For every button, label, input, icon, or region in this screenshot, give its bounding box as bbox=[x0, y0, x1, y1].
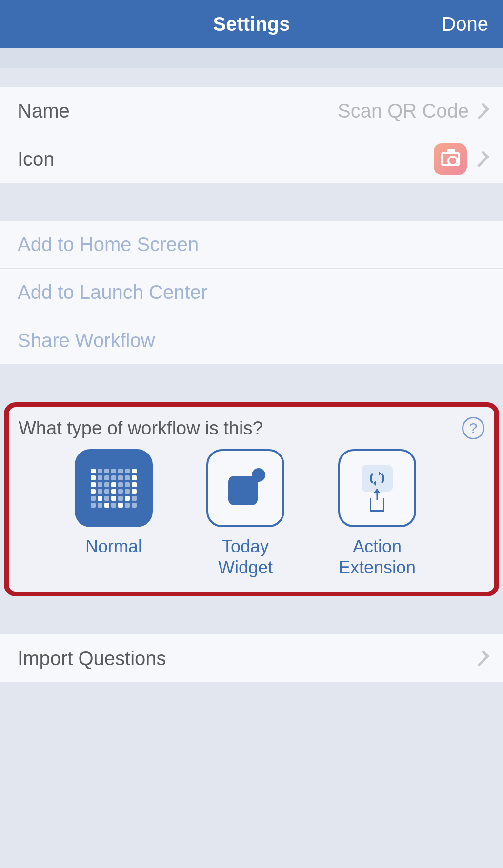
chevron-right-icon bbox=[473, 103, 489, 119]
icon-label: Icon bbox=[18, 148, 55, 170]
camera-icon bbox=[434, 143, 467, 175]
workflow-type-today-widget[interactable]: Today Widget bbox=[199, 449, 292, 578]
spacer bbox=[0, 364, 503, 402]
spacer bbox=[0, 183, 503, 221]
workflow-type-options: Normal Today Widget Action Extension bbox=[19, 449, 484, 578]
import-questions-label: Import Questions bbox=[18, 648, 166, 670]
spacer bbox=[0, 68, 503, 87]
workflow-type-normal-label: Normal bbox=[85, 536, 142, 557]
name-row[interactable]: Name Scan QR Code bbox=[0, 87, 503, 135]
workflow-type-today-widget-label: Today Widget bbox=[199, 536, 292, 578]
workflow-type-header: What type of workflow is this? ? bbox=[19, 417, 484, 449]
workflow-type-action-extension[interactable]: Action Extension bbox=[331, 449, 423, 578]
spacer bbox=[0, 596, 503, 634]
workflow-type-heading: What type of workflow is this? bbox=[19, 418, 263, 439]
nav-bar: Settings Done bbox=[0, 0, 503, 48]
help-icon[interactable]: ? bbox=[462, 417, 484, 439]
import-questions-row[interactable]: Import Questions bbox=[0, 634, 503, 682]
share-workflow-row[interactable]: Share Workflow bbox=[0, 316, 503, 364]
add-to-launch-center-row[interactable]: Add to Launch Center bbox=[0, 269, 503, 316]
actions-section: Add to Home Screen Add to Launch Center … bbox=[0, 221, 503, 364]
nav-title: Settings bbox=[213, 13, 290, 35]
workflow-type-section: What type of workflow is this? ? Normal bbox=[4, 402, 499, 596]
chevron-right-icon bbox=[473, 650, 489, 667]
today-widget-tile-icon bbox=[206, 449, 284, 527]
add-to-launch-center-label: Add to Launch Center bbox=[18, 281, 207, 303]
top-divider bbox=[0, 48, 503, 68]
chevron-right-icon bbox=[473, 151, 489, 167]
action-extension-tile-icon bbox=[338, 449, 416, 527]
done-button[interactable]: Done bbox=[442, 13, 488, 35]
normal-tile-icon bbox=[75, 449, 153, 527]
icon-row[interactable]: Icon bbox=[0, 135, 503, 183]
add-to-home-screen-label: Add to Home Screen bbox=[18, 234, 199, 256]
share-workflow-label: Share Workflow bbox=[18, 330, 155, 352]
add-to-home-screen-row[interactable]: Add to Home Screen bbox=[0, 221, 503, 269]
name-icon-section: Name Scan QR Code Icon bbox=[0, 87, 503, 183]
name-value: Scan QR Code bbox=[70, 100, 469, 122]
workflow-type-normal[interactable]: Normal bbox=[67, 449, 160, 578]
workflow-type-action-extension-label: Action Extension bbox=[331, 536, 423, 578]
name-label: Name bbox=[18, 100, 70, 122]
